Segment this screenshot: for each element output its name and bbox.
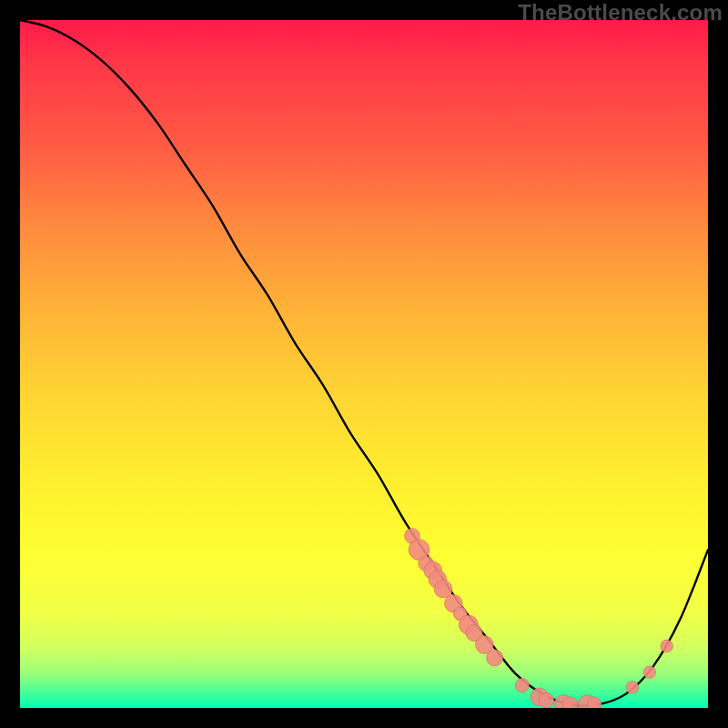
chart-container: TheBottleneck.com: [0, 0, 728, 728]
data-marker: [661, 640, 673, 652]
data-marker: [539, 693, 554, 708]
bottleneck-curve: [20, 20, 708, 706]
data-marker: [515, 678, 529, 692]
chart-overlay-svg: [20, 20, 708, 708]
data-marker: [487, 650, 503, 666]
plot-area: [20, 20, 708, 708]
marker-group: [405, 529, 673, 708]
data-marker: [643, 666, 656, 679]
data-marker: [626, 682, 639, 694]
data-marker: [588, 697, 602, 708]
